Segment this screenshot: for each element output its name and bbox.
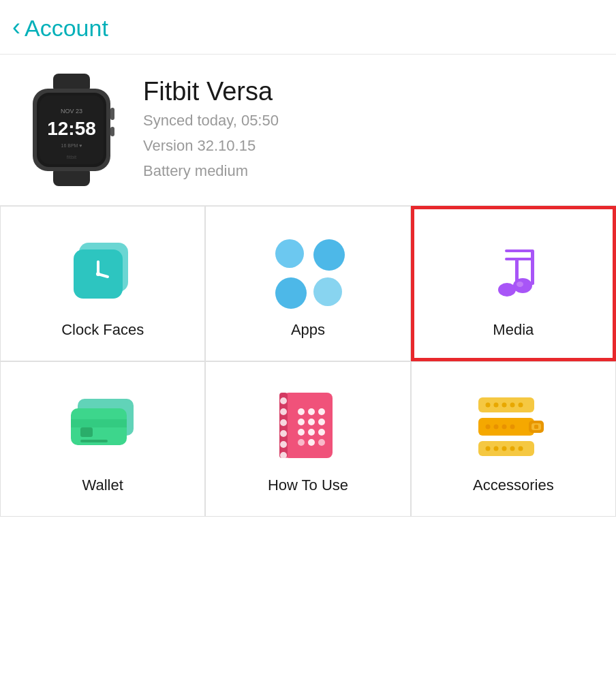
how-to-use-icon: [274, 391, 342, 463]
svg-text:12:58: 12:58: [47, 118, 96, 139]
svg-point-35: [280, 452, 287, 459]
svg-point-60: [502, 424, 507, 429]
svg-point-58: [486, 424, 491, 429]
grid-item-how-to-use[interactable]: How To Use: [205, 361, 410, 517]
wallet-icon-container: [65, 389, 140, 464]
svg-point-37: [308, 408, 315, 415]
clock-faces-icon: [67, 236, 138, 307]
clock-faces-icon-container: [65, 234, 140, 309]
svg-point-43: [308, 429, 315, 436]
back-label: Account: [25, 15, 108, 42]
svg-point-63: [486, 446, 491, 451]
svg-point-47: [318, 439, 325, 446]
how-to-use-icon-container: [271, 389, 345, 464]
svg-point-45: [298, 439, 305, 446]
svg-rect-57: [534, 425, 538, 429]
apps-icon-container: [271, 234, 345, 309]
device-battery: Battery medium: [143, 160, 279, 182]
svg-rect-8: [110, 108, 114, 120]
app-dot-4: [313, 277, 342, 306]
svg-point-67: [519, 446, 523, 451]
svg-rect-9: [110, 127, 114, 136]
svg-point-36: [298, 408, 305, 415]
svg-point-41: [318, 419, 325, 425]
accessories-icon: [476, 395, 551, 459]
svg-point-64: [494, 446, 499, 451]
svg-rect-17: [505, 258, 534, 260]
grid-item-clock-faces[interactable]: Clock Faces: [0, 206, 205, 361]
svg-point-15: [96, 272, 100, 276]
svg-point-59: [494, 424, 499, 429]
accessories-icon-container: [476, 389, 551, 464]
device-section: NOV 23 12:58 16 BPM ♥ fitbit Fitbit Vers…: [0, 55, 616, 206]
svg-point-52: [510, 402, 515, 407]
wallet-label: Wallet: [82, 476, 123, 494]
app-dot-1: [275, 239, 304, 268]
svg-point-61: [510, 424, 515, 429]
svg-rect-25: [71, 419, 127, 427]
watch-illustration: NOV 23 12:58 16 BPM ♥ fitbit: [20, 74, 123, 186]
device-synced: Synced today, 05:50: [143, 109, 279, 132]
apps-icon: [275, 239, 340, 304]
svg-point-31: [280, 408, 287, 415]
wallet-icon: [65, 396, 140, 457]
svg-point-49: [486, 402, 491, 407]
app-dot-2: [313, 239, 345, 271]
svg-point-42: [298, 429, 305, 436]
apps-label: Apps: [291, 321, 325, 339]
svg-point-21: [498, 283, 516, 297]
svg-point-34: [280, 441, 287, 448]
feature-grid: Clock Faces Apps: [0, 206, 616, 517]
svg-rect-16: [505, 249, 534, 252]
grid-item-wallet[interactable]: Wallet: [0, 361, 205, 517]
device-version: Version 32.10.15: [143, 134, 279, 157]
svg-point-66: [510, 446, 515, 451]
svg-point-32: [280, 419, 287, 426]
media-icon: [478, 236, 549, 307]
back-button[interactable]: ‹ Account: [12, 15, 600, 42]
svg-point-46: [308, 439, 315, 446]
svg-rect-28: [283, 393, 333, 458]
svg-rect-26: [80, 427, 93, 437]
back-chevron-icon: ‹: [12, 15, 20, 40]
svg-point-38: [318, 408, 325, 415]
media-icon-container: [476, 234, 551, 309]
svg-point-53: [519, 402, 523, 407]
grid-item-apps[interactable]: Apps: [205, 206, 410, 361]
header: ‹ Account: [0, 0, 616, 55]
svg-point-39: [298, 419, 305, 425]
grid-item-media[interactable]: Media: [411, 206, 616, 361]
media-label: Media: [493, 321, 534, 339]
accessories-label: Accessories: [473, 476, 554, 494]
svg-point-65: [502, 446, 507, 451]
svg-text:16 BPM ♥: 16 BPM ♥: [61, 143, 82, 148]
svg-rect-18: [531, 249, 534, 285]
svg-text:NOV 23: NOV 23: [61, 108, 82, 115]
svg-point-22: [517, 282, 523, 287]
clock-faces-label: Clock Faces: [61, 321, 144, 339]
how-to-use-label: How To Use: [268, 476, 348, 494]
svg-point-51: [502, 402, 507, 407]
device-name: Fitbit Versa: [143, 78, 279, 106]
device-image: NOV 23 12:58 16 BPM ♥ fitbit: [20, 74, 123, 186]
grid-item-accessories[interactable]: Accessories: [411, 361, 616, 517]
svg-rect-27: [80, 440, 108, 442]
svg-text:fitbit: fitbit: [67, 154, 77, 160]
svg-point-33: [280, 430, 287, 437]
svg-point-30: [280, 397, 287, 404]
svg-point-44: [318, 429, 325, 436]
svg-point-50: [494, 402, 499, 407]
app-dot-3: [275, 277, 307, 309]
device-info: Fitbit Versa Synced today, 05:50 Version…: [143, 78, 279, 182]
svg-point-40: [308, 419, 315, 425]
